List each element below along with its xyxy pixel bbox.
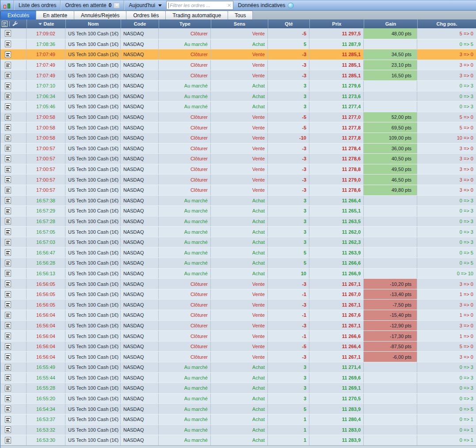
order-document-icon[interactable] bbox=[5, 353, 11, 360]
tab-trading-automatique[interactable]: Trading automatique bbox=[165, 11, 228, 19]
order-document-icon[interactable] bbox=[5, 322, 11, 329]
column-header-nom[interactable]: Nom bbox=[65, 19, 121, 28]
order-row[interactable]: 16:56:04US Tech 100 Cash (1€)NASDAQClôtu… bbox=[0, 330, 476, 341]
order-row[interactable]: 16:57:29US Tech 100 Cash (1€)NASDAQAu ma… bbox=[0, 205, 476, 216]
order-row[interactable]: 17:06:34US Tech 100 Cash (1€)NASDAQAu ma… bbox=[0, 91, 476, 102]
order-document-icon[interactable] bbox=[5, 166, 11, 173]
order-row[interactable]: 17:00:57US Tech 100 Cash (1€)NASDAQClôtu… bbox=[0, 143, 476, 154]
order-document-icon[interactable] bbox=[5, 83, 11, 89]
order-document-icon[interactable] bbox=[5, 30, 11, 37]
order-document-icon[interactable] bbox=[5, 416, 11, 423]
order-document-icon[interactable] bbox=[5, 135, 11, 141]
order-document-icon[interactable] bbox=[5, 406, 11, 412]
order-document-icon[interactable] bbox=[5, 156, 11, 162]
order-row[interactable]: 16:53:37US Tech 100 Cash (1€)NASDAQAu ma… bbox=[0, 414, 476, 425]
order-row[interactable]: 17:00:58US Tech 100 Cash (1€)NASDAQClôtu… bbox=[0, 122, 476, 133]
order-document-icon[interactable] bbox=[5, 270, 11, 277]
order-document-icon[interactable] bbox=[5, 124, 11, 131]
order-document-icon[interactable] bbox=[5, 426, 11, 433]
order-document-icon[interactable] bbox=[5, 41, 11, 47]
order-row[interactable]: 17:07:10US Tech 100 Cash (1€)NASDAQAu ma… bbox=[0, 80, 476, 91]
period-dropdown[interactable]: Aujourd'hui bbox=[125, 0, 166, 10]
order-document-icon[interactable] bbox=[5, 395, 11, 402]
order-document-icon[interactable] bbox=[5, 228, 11, 235]
order-document-icon[interactable] bbox=[5, 333, 11, 339]
order-document-icon[interactable] bbox=[5, 93, 11, 99]
app-button[interactable] bbox=[0, 0, 14, 10]
order-row[interactable]: 16:56:04US Tech 100 Cash (1€)NASDAQClôtu… bbox=[0, 341, 476, 352]
order-row[interactable]: 16:57:05US Tech 100 Cash (1€)NASDAQAu ma… bbox=[0, 226, 476, 237]
order-row[interactable]: 17:05:46US Tech 100 Cash (1€)NASDAQAu ma… bbox=[0, 101, 476, 112]
order-row[interactable]: 16:56:47US Tech 100 Cash (1€)NASDAQAu ma… bbox=[0, 247, 476, 258]
order-row[interactable]: 16:55:20US Tech 100 Cash (1€)NASDAQAu ma… bbox=[0, 393, 476, 404]
wrench-settings-icon[interactable] bbox=[11, 21, 18, 27]
order-row[interactable]: 17:00:57US Tech 100 Cash (1€)NASDAQClôtu… bbox=[0, 164, 476, 175]
order-row[interactable]: 16:53:32US Tech 100 Cash (1€)NASDAQAu ma… bbox=[0, 425, 476, 435]
column-header-code[interactable]: Code bbox=[121, 19, 159, 28]
order-document-icon[interactable] bbox=[5, 197, 11, 204]
pending-orders-button[interactable]: Ordres en attente 0 ✕ bbox=[61, 0, 124, 10]
orders-list-button[interactable]: Liste des ordres bbox=[15, 0, 60, 10]
order-row[interactable]: 17:08:36US Tech 100 Cash (1€)NASDAQAu ma… bbox=[0, 39, 476, 49]
order-row[interactable]: 16:54:34US Tech 100 Cash (1€)NASDAQAu ma… bbox=[0, 403, 476, 414]
order-document-icon[interactable] bbox=[5, 218, 11, 224]
filter-orders-input[interactable]: Filtrer les ordres ... ✕ bbox=[166, 1, 233, 10]
order-row[interactable]: 17:07:49US Tech 100 Cash (1€)NASDAQClôtu… bbox=[0, 49, 476, 60]
column-header-prix[interactable]: Prix bbox=[309, 19, 364, 28]
order-row[interactable]: 17:00:57US Tech 100 Cash (1€)NASDAQClôtu… bbox=[0, 174, 476, 185]
globe-bubble-icon[interactable] bbox=[288, 3, 294, 8]
order-row[interactable]: 16:56:28US Tech 100 Cash (1€)NASDAQAu ma… bbox=[0, 258, 476, 268]
order-row[interactable]: 16:56:04US Tech 100 Cash (1€)NASDAQClôtu… bbox=[0, 320, 476, 331]
document-icon[interactable] bbox=[2, 21, 8, 27]
order-document-icon[interactable] bbox=[5, 62, 11, 68]
order-row[interactable]: 16:57:03US Tech 100 Cash (1€)NASDAQAu ma… bbox=[0, 237, 476, 247]
column-header-type[interactable]: Type bbox=[159, 19, 211, 28]
order-row[interactable]: 16:55:28US Tech 100 Cash (1€)NASDAQAu ma… bbox=[0, 383, 476, 393]
order-document-icon[interactable] bbox=[5, 343, 11, 350]
column-header-date[interactable]: Date bbox=[27, 19, 65, 28]
order-row[interactable]: 16:56:05US Tech 100 Cash (1€)NASDAQClôtu… bbox=[0, 289, 476, 300]
column-header-gain[interactable]: Gain bbox=[364, 19, 417, 28]
column-header-sens[interactable]: Sens bbox=[211, 19, 268, 28]
order-document-icon[interactable] bbox=[5, 260, 11, 266]
order-row[interactable]: 16:56:13US Tech 100 Cash (1€)NASDAQAu ma… bbox=[0, 268, 476, 279]
tab-annul-s-rejet-s[interactable]: Annulés/Rejetés bbox=[74, 11, 126, 19]
order-document-icon[interactable] bbox=[5, 103, 11, 110]
order-document-icon[interactable] bbox=[5, 208, 11, 214]
order-row[interactable]: 17:00:58US Tech 100 Cash (1€)NASDAQClôtu… bbox=[0, 112, 476, 122]
order-row[interactable]: 16:57:28US Tech 100 Cash (1€)NASDAQAu ma… bbox=[0, 216, 476, 227]
order-row[interactable]: 16:55:44US Tech 100 Cash (1€)NASDAQAu ma… bbox=[0, 372, 476, 383]
order-row[interactable]: 16:56:04US Tech 100 Cash (1€)NASDAQClôtu… bbox=[0, 351, 476, 362]
clear-filter-icon[interactable]: ✕ bbox=[227, 3, 231, 8]
order-row[interactable]: 16:56:05US Tech 100 Cash (1€)NASDAQClôtu… bbox=[0, 278, 476, 289]
order-row[interactable]: 16:56:05US Tech 100 Cash (1€)NASDAQClôtu… bbox=[0, 299, 476, 310]
order-row[interactable]: 17:07:49US Tech 100 Cash (1€)NASDAQClôtu… bbox=[0, 60, 476, 70]
order-row[interactable]: 17:09:02US Tech 100 Cash (1€)NASDAQClôtu… bbox=[0, 28, 476, 39]
order-document-icon[interactable] bbox=[5, 114, 11, 121]
order-row[interactable]: 17:00:57US Tech 100 Cash (1€)NASDAQClôtu… bbox=[0, 185, 476, 195]
column-header-qte[interactable]: Qté bbox=[268, 19, 309, 28]
order-row[interactable]: 17:00:58US Tech 100 Cash (1€)NASDAQClôtu… bbox=[0, 133, 476, 143]
order-document-icon[interactable] bbox=[5, 437, 11, 444]
tab-tous[interactable]: Tous bbox=[228, 11, 253, 19]
order-row[interactable]: 16:56:04US Tech 100 Cash (1€)NASDAQClôtu… bbox=[0, 310, 476, 320]
order-document-icon[interactable] bbox=[5, 312, 11, 319]
tab-en-attente[interactable]: En attente bbox=[36, 11, 74, 19]
order-document-icon[interactable] bbox=[5, 374, 11, 381]
order-row[interactable]: 16:57:38US Tech 100 Cash (1€)NASDAQAu ma… bbox=[0, 195, 476, 206]
order-document-icon[interactable] bbox=[5, 291, 11, 298]
order-document-icon[interactable] bbox=[5, 72, 11, 79]
order-row[interactable]: 16:55:49US Tech 100 Cash (1€)NASDAQAu ma… bbox=[0, 362, 476, 372]
order-document-icon[interactable] bbox=[5, 176, 11, 183]
order-document-icon[interactable] bbox=[5, 239, 11, 246]
order-row[interactable]: 17:00:57US Tech 100 Cash (1€)NASDAQClôtu… bbox=[0, 153, 476, 164]
order-document-icon[interactable] bbox=[5, 364, 11, 371]
order-document-icon[interactable] bbox=[5, 145, 11, 152]
order-document-icon[interactable] bbox=[5, 187, 11, 194]
tab-ordres-li-s[interactable]: Ordres liés bbox=[126, 11, 166, 19]
close-pending-icon[interactable]: ✕ bbox=[114, 3, 120, 8]
order-document-icon[interactable] bbox=[5, 51, 11, 58]
order-document-icon[interactable] bbox=[5, 281, 11, 287]
order-document-icon[interactable] bbox=[5, 385, 11, 391]
order-document-icon[interactable] bbox=[5, 301, 11, 308]
